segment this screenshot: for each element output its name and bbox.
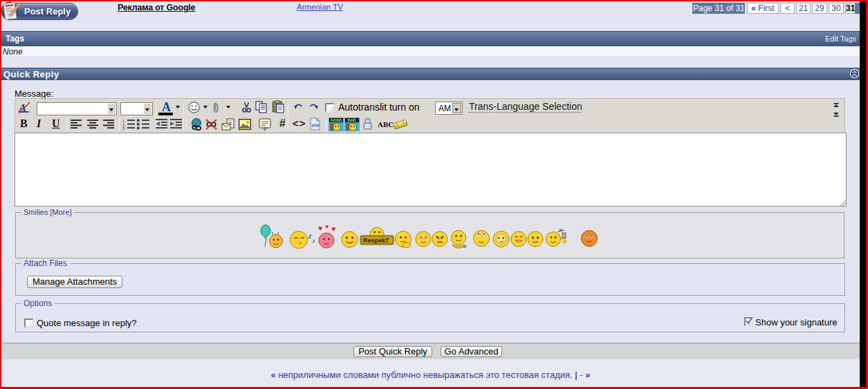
svg-text:RespekT: RespekT <box>363 237 389 244</box>
svg-text:kl: kl <box>463 245 466 249</box>
svg-text:z: z <box>308 233 312 240</box>
svg-text:php: php <box>311 123 320 127</box>
svg-text:♥: ♥ <box>318 224 323 232</box>
svg-text:♥: ♥ <box>331 225 336 233</box>
svg-text:♥: ♥ <box>325 223 329 230</box>
svg-text:BAD: BAD <box>348 118 356 122</box>
svg-text:3: 3 <box>122 126 124 130</box>
svg-text:z: z <box>312 238 315 243</box>
svg-text:GOOD: GOOD <box>331 118 342 122</box>
